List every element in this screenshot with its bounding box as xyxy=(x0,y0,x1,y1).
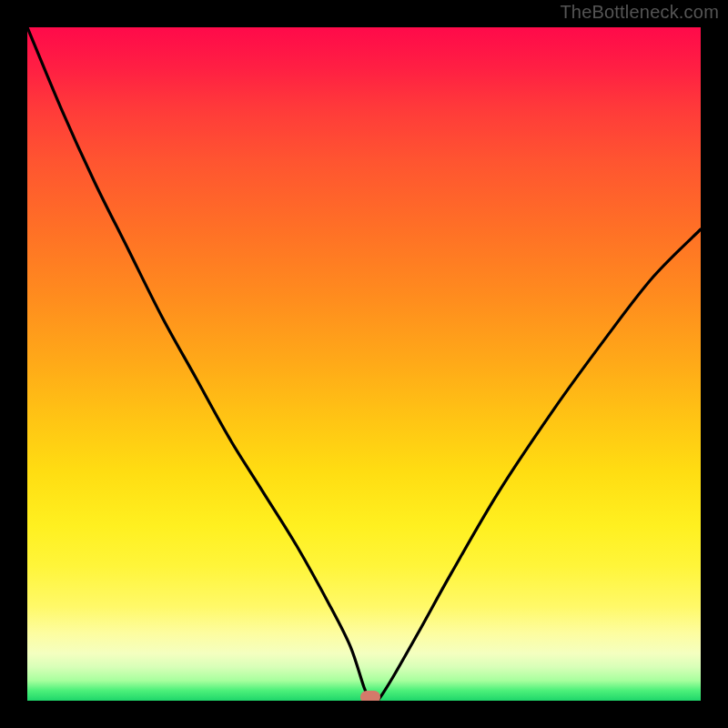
minimum-marker xyxy=(360,691,380,701)
watermark-text: TheBottleneck.com xyxy=(560,2,719,23)
chart-frame: TheBottleneck.com xyxy=(0,0,728,728)
bottleneck-curve xyxy=(27,27,701,701)
plot-area xyxy=(27,27,701,701)
